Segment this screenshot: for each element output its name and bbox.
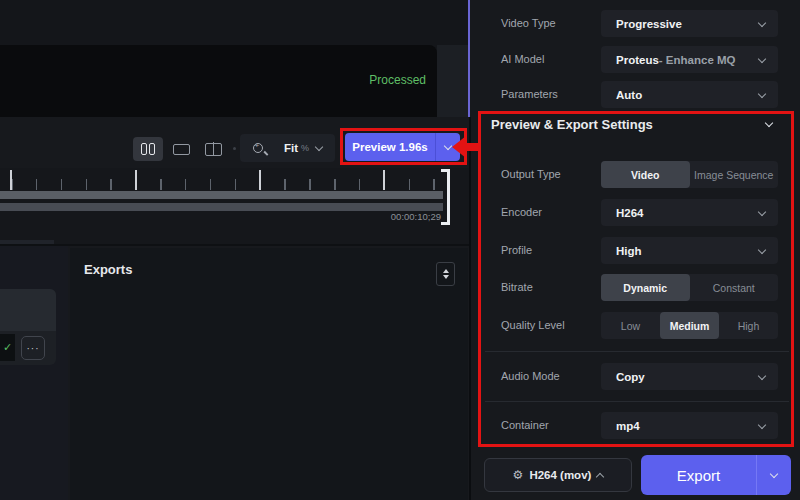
view-mode-two-up-button[interactable] [133,137,163,161]
exports-title: Exports [84,262,132,277]
encoder-dropdown[interactable]: H264 [601,199,778,226]
profile-label: Profile [501,237,532,264]
export-thumbnail[interactable] [0,289,56,331]
preview-button-label[interactable]: Preview 1.96s [345,133,436,161]
processed-status-label: Processed [369,73,426,87]
ruler-minor-ticks [11,179,435,190]
preview-side-strip [437,45,468,117]
annotation-arrow-head [452,136,466,158]
chevron-up-icon [596,472,604,480]
output-type-video-option[interactable]: Video [601,161,690,188]
export-settings-header[interactable]: Preview & Export Settings [491,117,653,132]
trim-end-handle[interactable] [441,169,450,225]
container-label: Container [501,412,549,439]
export-check-icon: ✓ [0,334,15,361]
app-window: Processed Fit % Preview 1.96s [0,0,800,500]
toolbar-separator [233,147,236,150]
ai-model-label: AI Model [501,46,544,73]
sort-down-icon [443,275,449,279]
quality-medium-option[interactable]: Medium [660,312,719,339]
bitrate-dynamic-option[interactable]: Dynamic [601,274,690,301]
timeline-track-bar[interactable] [0,191,443,199]
export-list-column: ✓ ··· [0,246,68,500]
export-list-item[interactable]: ✓ ··· [0,289,56,365]
sort-up-icon [443,269,449,273]
ai-model-dropdown[interactable]: Proteus - Enhance MQ [601,46,778,73]
audio-mode-label: Audio Mode [501,363,560,390]
zoom-fit-label: Fit [284,142,298,154]
chevron-down-icon [770,469,778,477]
quality-high-option[interactable]: High [719,312,778,339]
chevron-down-icon [758,372,766,380]
zoom-in-icon [253,143,263,153]
quality-level-segmented: Low Medium High [601,312,778,339]
output-type-image-sequence-option[interactable]: Image Sequence [690,161,779,188]
chevron-down-icon [758,246,766,254]
view-mode-single-button[interactable] [166,137,196,161]
settings-panel: Video Type Progressive AI Model Proteus … [471,0,800,500]
chevron-down-icon [758,90,766,98]
zoom-percent-symbol: % [301,143,309,153]
chevron-down-icon [758,421,766,429]
bitrate-label: Bitrate [501,274,533,301]
horizontal-divider [0,244,470,246]
end-timecode: 00:00:10;29 [391,211,441,222]
chevron-down-icon [758,208,766,216]
annotation-arrow-shaft [466,143,481,151]
encoder-label: Encoder [501,199,542,226]
view-mode-split-button[interactable] [198,137,228,161]
chevron-down-icon [758,55,766,63]
output-type-segmented: Video Image Sequence [601,161,778,188]
export-button[interactable]: Export [641,455,791,495]
chevron-down-icon [758,19,766,27]
audio-mode-dropdown[interactable]: Copy [601,363,778,390]
bitrate-segmented: Dynamic Constant [601,274,778,301]
timeline-ruler[interactable]: 00:00:10;29 [0,168,470,246]
chevron-down-icon [444,141,452,149]
single-view-icon [173,144,190,155]
profile-dropdown[interactable]: High [601,237,778,264]
quality-level-label: Quality Level [501,312,565,339]
split-view-icon [205,143,222,156]
video-type-dropdown[interactable]: Progressive [601,10,778,37]
chevron-down-icon[interactable] [765,119,773,127]
two-up-icon [141,143,147,155]
toolbar-separator [340,147,343,150]
video-type-label: Video Type [501,10,556,37]
exports-panel: Exports [70,248,468,500]
preset-label: H264 (mov) [529,469,591,481]
timeline-track-bar[interactable] [0,203,443,211]
video-preview-area: Processed [0,0,470,117]
list-item-edge [0,240,54,244]
quality-low-option[interactable]: Low [601,312,660,339]
output-type-label: Output Type [501,161,561,188]
sort-order-button[interactable] [436,262,455,286]
export-dropdown-button[interactable] [757,455,791,495]
container-dropdown[interactable]: mp4 [601,412,778,439]
section-divider [485,401,789,402]
chevron-down-icon [315,142,323,150]
more-options-button[interactable]: ··· [21,336,45,360]
export-preset-button[interactable]: ⚙ H264 (mov) [484,458,632,492]
export-button-label[interactable]: Export [641,455,757,495]
preview-button[interactable]: Preview 1.96s [345,133,460,161]
bitrate-constant-option[interactable]: Constant [690,274,779,301]
parameters-label: Parameters [501,81,558,108]
zoom-control[interactable]: Fit % [240,134,335,162]
gear-icon: ⚙ [513,468,524,482]
parameters-dropdown[interactable]: Auto [601,81,778,108]
section-divider [485,351,789,352]
